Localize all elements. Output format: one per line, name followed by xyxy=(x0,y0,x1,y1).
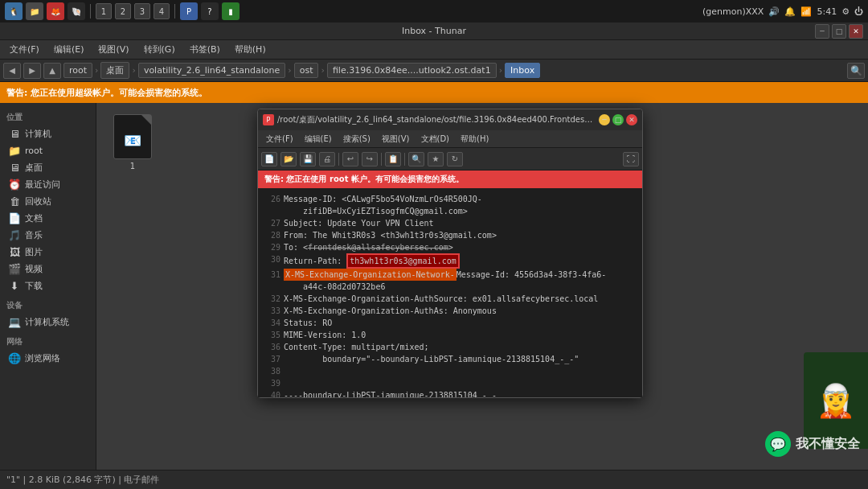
inner-menu-file[interactable]: 文件(F) xyxy=(261,132,298,146)
taskbar-num-2[interactable]: 2 xyxy=(115,3,131,19)
inner-menu-search[interactable]: 搜索(S) xyxy=(338,132,375,146)
content-line-34: 34 Status: RO xyxy=(264,317,636,329)
recent-icon: ⏰ xyxy=(8,179,21,191)
inner-minimize-btn[interactable]: ─ xyxy=(599,114,610,125)
sidebar-item-pictures[interactable]: 🖼 图片 xyxy=(0,244,96,261)
watermark-text: 我不懂安全 xyxy=(796,436,860,453)
file-corner xyxy=(141,115,151,125)
content-line-30: 30 Return-Path: th3wh1t3r0s3@gmail.com xyxy=(264,253,636,269)
highlight-return-path: th3wh1t3r0s3@gmail.com xyxy=(346,253,459,269)
app-icon-3[interactable]: 🦊 xyxy=(47,2,64,20)
maximize-btn[interactable]: □ xyxy=(832,24,846,39)
minimize-btn[interactable]: ─ xyxy=(815,24,829,39)
warning-text: 警告: 您正在使用超级帐户。可能会损害您的系统。 xyxy=(6,87,207,99)
breadcrumb-inbox[interactable]: Inbox xyxy=(505,63,540,78)
sidebar-item-downloads[interactable]: ⬇ 下载 xyxy=(0,277,96,294)
sidebar-header-location: 位置 xyxy=(0,109,96,125)
inner-refresh-btn[interactable]: ↻ xyxy=(447,152,463,166)
sidebar-item-recent[interactable]: ⏰ 最近访问 xyxy=(0,176,96,193)
breadcrumb-desktop[interactable]: 桌面 xyxy=(100,62,129,79)
app-icon-extra[interactable]: ? xyxy=(201,2,219,20)
settings-icon[interactable]: ⚙ xyxy=(841,6,850,17)
sidebar-item-browse-network[interactable]: 🌐 浏览网络 xyxy=(0,350,96,367)
sidebar-item-root[interactable]: 📁 root xyxy=(0,142,96,159)
pictures-icon: 🖼 xyxy=(8,246,21,258)
inner-menu-doc[interactable]: 文档(D) xyxy=(416,132,455,146)
sidebar-item-music[interactable]: 🎵 音乐 xyxy=(0,227,96,244)
notification-icon[interactable]: 🔔 xyxy=(784,6,796,17)
app-icon-2[interactable]: 📁 xyxy=(26,2,43,20)
downloads-icon: ⬇ xyxy=(8,280,21,292)
inner-content[interactable]: 26 Message-ID: <CALwgF5bo54VoNzmLrOs4R50… xyxy=(258,188,642,397)
sidebar-item-trash[interactable]: 🗑 回收站 xyxy=(0,193,96,210)
breadcrumb-file[interactable]: file.3196.0x84ee....utlook2.ost.dat1 xyxy=(327,63,497,78)
inner-menu-help[interactable]: 帮助(H) xyxy=(456,132,493,146)
character-icon: 🧝 xyxy=(816,382,856,420)
inner-new-btn[interactable]: 📄 xyxy=(261,152,277,166)
speaker-icon[interactable]: 🔊 xyxy=(768,6,780,17)
sidebar-header-network: 网络 xyxy=(0,334,96,350)
network-browse-icon: 🌐 xyxy=(8,352,21,364)
inner-title-text: /root/桌面/volatility_2.6_lin64_standalone… xyxy=(277,114,596,125)
inner-star-btn[interactable]: ★ xyxy=(428,152,444,166)
inner-menu-view[interactable]: 视图(V) xyxy=(377,132,415,146)
sidebar-item-desktop[interactable]: 🖥 桌面 xyxy=(0,159,96,176)
inner-undo-btn[interactable]: ↩ xyxy=(342,152,358,166)
menu-view[interactable]: 视图(V) xyxy=(92,42,135,57)
app-icon-green[interactable]: ▮ xyxy=(222,2,240,20)
inner-open-btn[interactable]: 📂 xyxy=(280,152,297,166)
inner-maximize-btn[interactable]: □ xyxy=(612,114,624,125)
app-icon-4[interactable]: 🐚 xyxy=(68,2,85,20)
sidebar-label-downloads: 下载 xyxy=(25,280,43,292)
search-btn[interactable]: 🔍 xyxy=(847,63,865,79)
inner-print-btn[interactable]: 🖨 xyxy=(319,152,335,166)
breadcrumb-root[interactable]: root xyxy=(63,63,92,78)
content-line-40: 40 ----boundary-LibPST-iamunique-2138815… xyxy=(264,389,636,397)
user-label: (genmon)XXX xyxy=(702,6,764,17)
sidebar-item-computer[interactable]: 🖥 计算机 xyxy=(0,125,96,142)
inner-copy-btn[interactable]: 📋 xyxy=(385,152,401,166)
videos-icon: 🎬 xyxy=(8,263,21,275)
sidebar-section-network: 网络 🌐 浏览网络 xyxy=(0,334,96,367)
menu-goto[interactable]: 转到(G) xyxy=(137,42,182,57)
inner-search-btn[interactable]: 🔍 xyxy=(408,152,424,166)
menu-help[interactable]: 帮助(H) xyxy=(228,42,272,57)
file-icon-inner: 📧 xyxy=(121,129,145,152)
network-icon[interactable]: 📶 xyxy=(800,6,812,17)
breadcrumb-ost[interactable]: ost xyxy=(294,63,319,78)
sidebar-item-videos[interactable]: 🎬 视频 xyxy=(0,261,96,277)
inner-redo-btn[interactable]: ↪ xyxy=(362,152,378,166)
trash-icon: 🗑 xyxy=(8,195,21,208)
menu-bookmarks[interactable]: 书签(B) xyxy=(183,42,227,57)
nav-forward[interactable]: ▶ xyxy=(23,63,41,79)
inner-close-btn[interactable]: ✕ xyxy=(626,114,637,125)
taskbar-num-3[interactable]: 3 xyxy=(134,3,150,19)
taskbar-num-4[interactable]: 4 xyxy=(154,3,170,19)
app-icon-1[interactable]: 🐧 xyxy=(5,2,23,20)
close-btn[interactable]: ✕ xyxy=(849,24,863,39)
breadcrumb-volatility[interactable]: volatility_2.6_lin64_standalone xyxy=(138,63,285,78)
taskbar-num-1[interactable]: 1 xyxy=(96,3,112,19)
inner-title-bar: P /root/桌面/volatility_2.6_lin64_standalo… xyxy=(258,109,642,130)
sidebar-section-location: 位置 🖥 计算机 📁 root 🖥 桌面 ⏰ 最近访问 🗑 回收站 xyxy=(0,109,96,294)
inner-window: P /root/桌面/volatility_2.6_lin64_standalo… xyxy=(257,109,643,398)
sidebar-label-trash: 回收站 xyxy=(25,195,51,208)
file-item-1[interactable]: 📧 1 xyxy=(104,111,161,174)
inner-save-btn[interactable]: 💾 xyxy=(300,152,316,166)
nav-back[interactable]: ◀ xyxy=(3,63,21,79)
menu-edit[interactable]: 编辑(E) xyxy=(47,42,91,57)
power-icon[interactable]: ⏻ xyxy=(854,6,863,17)
app-icon-palemoon[interactable]: P xyxy=(180,2,198,20)
sidebar-item-filesystem[interactable]: 💻 计算机系统 xyxy=(0,314,96,331)
inner-fullscreen-btn[interactable]: ⛶ xyxy=(623,152,639,166)
nav-up[interactable]: ▲ xyxy=(43,63,61,79)
content-line-29: 29 To: <frontdesk@allsafecybersec.com> xyxy=(264,241,636,253)
status-text: "1" | 2.8 KiB (2,846 字节) | 电子邮件 xyxy=(6,474,159,486)
menu-file[interactable]: 文件(F) xyxy=(3,42,46,57)
inner-menu-edit[interactable]: 编辑(E) xyxy=(300,132,337,146)
sidebar-item-documents[interactable]: 📄 文档 xyxy=(0,210,96,227)
highlight-exchange: X-MS-Exchange-Organization-Network- xyxy=(284,269,457,281)
inner-toolbar: 📄 📂 💾 🖨 ↩ ↪ 📋 🔍 ★ ↻ ⛶ xyxy=(258,148,642,171)
content-line-39: 39 xyxy=(264,377,636,389)
content-line-36: 36 Content-Type: multipart/mixed; xyxy=(264,341,636,353)
